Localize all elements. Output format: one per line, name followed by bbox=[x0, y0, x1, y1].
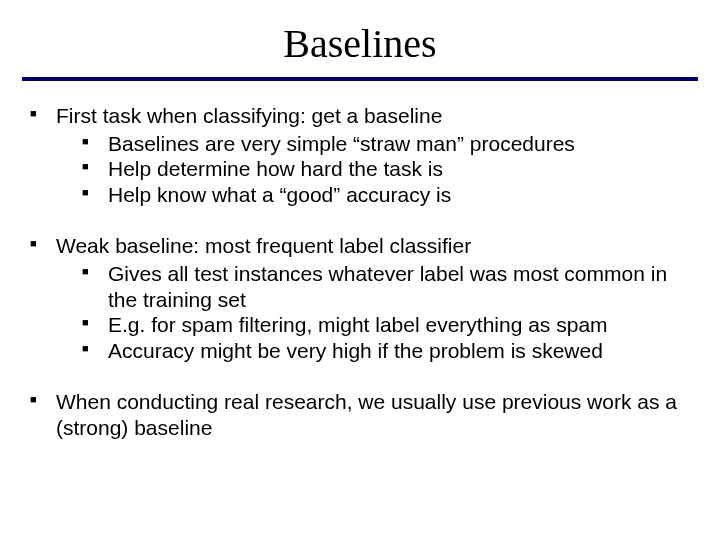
slide: Baselines First task when classifying: g… bbox=[0, 0, 720, 540]
subbullet: Help determine how hard the task is bbox=[82, 156, 690, 182]
subbullet-text: Accuracy might be very high if the probl… bbox=[108, 339, 603, 362]
subbullet: Accuracy might be very high if the probl… bbox=[82, 338, 690, 364]
subbullet-text: Help know what a “good” accuracy is bbox=[108, 183, 451, 206]
bullet-2: When conducting real research, we usuall… bbox=[30, 389, 690, 440]
subbullet-text: Baselines are very simple “straw man” pr… bbox=[108, 132, 575, 155]
subbullet: Baselines are very simple “straw man” pr… bbox=[82, 131, 690, 157]
subbullet-text: Gives all test instances whatever label … bbox=[108, 262, 667, 311]
bullet-1: Weak baseline: most frequent label class… bbox=[30, 233, 690, 363]
bullet-text: When conducting real research, we usuall… bbox=[56, 390, 677, 439]
subbullet: Help know what a “good” accuracy is bbox=[82, 182, 690, 208]
subbullet-text: E.g. for spam filtering, might label eve… bbox=[108, 313, 608, 336]
subbullet: E.g. for spam filtering, might label eve… bbox=[82, 312, 690, 338]
bullet-0: First task when classifying: get a basel… bbox=[30, 103, 690, 207]
slide-title: Baselines bbox=[0, 0, 720, 77]
bullet-text: First task when classifying: get a basel… bbox=[56, 104, 442, 127]
slide-body: First task when classifying: get a basel… bbox=[0, 81, 720, 441]
subbullet: Gives all test instances whatever label … bbox=[82, 261, 690, 312]
bullet-text: Weak baseline: most frequent label class… bbox=[56, 234, 471, 257]
subbullet-text: Help determine how hard the task is bbox=[108, 157, 443, 180]
